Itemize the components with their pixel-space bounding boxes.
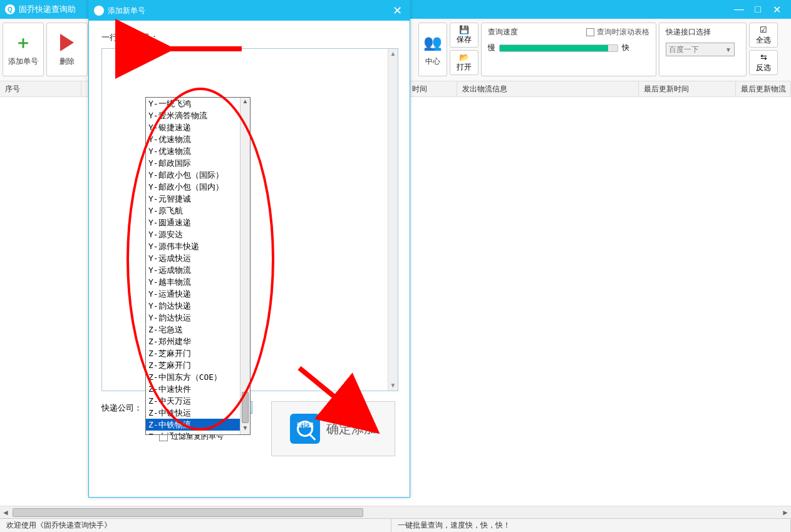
speed-slider[interactable] xyxy=(499,44,618,52)
checkbox-icon xyxy=(586,28,594,36)
dropdown-option[interactable]: Y-优速物流 xyxy=(146,133,250,145)
dropdown-option[interactable]: Y-邮政小包（国内） xyxy=(146,181,250,193)
maximize-button[interactable]: □ xyxy=(748,4,767,15)
dropdown-option[interactable]: Z-宅急送 xyxy=(146,324,250,335)
status-right: 一键批量查询，速度快，快，快！ xyxy=(391,519,791,532)
dropdown-option[interactable]: Y-邮政小包（国际） xyxy=(146,169,250,181)
dropdown-option[interactable]: Z-中铁物流 xyxy=(146,419,250,431)
grid-col-1[interactable]: 时间 xyxy=(407,81,457,96)
dropdown-option[interactable]: Y-源伟丰快递 xyxy=(146,240,250,252)
select-all-label: 全选 xyxy=(756,35,771,46)
dropdown-option[interactable]: Y-邮政国际 xyxy=(146,157,250,169)
dropdown-option[interactable]: Y-越丰物流 xyxy=(146,276,250,288)
delete-icon xyxy=(57,33,77,53)
listbox-scrollbar[interactable]: ▲ ▼ xyxy=(240,98,250,434)
textarea-scrollbar[interactable]: ▲ ▼ xyxy=(388,49,398,391)
dropdown-option[interactable]: Y-韵达快运 xyxy=(146,312,250,324)
speed-slider-fill xyxy=(500,45,608,51)
dropdown-option[interactable]: Y-一统飞鸿 xyxy=(146,98,250,110)
confirm-add-label: 确定添加 xyxy=(326,421,376,437)
company-label: 快递公司： xyxy=(101,401,142,414)
grid-col-2[interactable]: 发出物流信息 xyxy=(457,81,639,96)
center-label: 中心 xyxy=(425,56,440,67)
speed-group-title: 查询速度 xyxy=(488,27,518,38)
grid-col-3[interactable]: 最后更新时间 xyxy=(639,81,736,96)
interface-combo-value: 百度一下 xyxy=(669,44,699,55)
dropdown-option[interactable]: Y-元智捷诚 xyxy=(146,193,250,205)
dropdown-option[interactable]: Z-中国东方（COE） xyxy=(146,371,250,383)
scroll-check-label: 查询时滚动表格 xyxy=(597,27,649,38)
dropdown-option[interactable]: Y-远成快运 xyxy=(146,252,250,264)
dropdown-option[interactable]: Y-源安达 xyxy=(146,228,250,240)
select-all-icon xyxy=(760,25,767,34)
scroll-up-icon[interactable]: ▲ xyxy=(240,98,250,108)
dropdown-option[interactable]: Z-芝麻开门 xyxy=(146,359,250,371)
open-button[interactable]: 打开 xyxy=(450,50,478,75)
select-all-button[interactable]: 全选 xyxy=(749,23,778,48)
status-bar: 欢迎使用《固乔快递查询快手》 一键批量查询，速度快，快，快！ xyxy=(0,518,791,532)
dialog-title: 添加新单号 xyxy=(108,6,145,16)
input-label: 一行一个单号： xyxy=(101,32,397,43)
dropdown-option[interactable]: Y-韵达快递 xyxy=(146,300,250,312)
dropdown-option[interactable]: Z-郑州建华 xyxy=(146,335,250,347)
speed-fast-label: 快 xyxy=(622,43,629,53)
file-buttons-col: 保存 打开 xyxy=(450,23,478,75)
scroll-down-icon[interactable]: ▼ xyxy=(388,381,398,391)
grid-col-0[interactable]: 序号 xyxy=(0,81,81,96)
minimize-button[interactable]: — xyxy=(730,4,748,15)
add-number-button[interactable]: ＋ 添加单号 xyxy=(3,23,44,76)
save-label: 保存 xyxy=(457,34,472,45)
dropdown-option[interactable]: Z-中天万运 xyxy=(146,395,250,407)
dropdown-option[interactable]: Z-中速快件 xyxy=(146,383,250,395)
save-button[interactable]: 保存 xyxy=(450,23,478,48)
invert-selection-button[interactable]: 反选 xyxy=(749,50,778,75)
dropdown-option[interactable]: Z-中铁快运 xyxy=(146,407,250,419)
dropdown-option[interactable]: Y-壹米滴答物流 xyxy=(146,110,250,121)
dropdown-option[interactable]: Z-芝麻开门 xyxy=(146,347,250,359)
horizontal-scrollbar[interactable]: ◄ ► xyxy=(0,506,791,518)
main-title: 固乔快递查询助 xyxy=(19,4,76,15)
scroll-left-icon[interactable]: ◄ xyxy=(0,508,11,517)
dropdown-option[interactable]: Y-优速物流 xyxy=(146,145,250,157)
grid-col-4[interactable]: 最后更新物流 xyxy=(736,81,791,96)
close-button[interactable]: ✕ xyxy=(767,4,786,16)
dropdown-option[interactable]: Y-运通快递 xyxy=(146,288,250,300)
dropdown-option[interactable]: Y-银捷速递 xyxy=(146,121,250,133)
interface-combo[interactable]: 百度一下 ▼ xyxy=(666,43,735,56)
scroll-thumb[interactable] xyxy=(13,508,363,517)
people-icon xyxy=(423,33,443,53)
scroll-check[interactable]: 查询时滚动表格 xyxy=(586,27,649,38)
speed-slow-label: 慢 xyxy=(488,43,495,53)
plus-icon: ＋ xyxy=(13,33,33,53)
search-express-icon: 查快递 xyxy=(290,414,320,444)
dropdown-option[interactable]: Y-圆通速递 xyxy=(146,217,250,228)
chevron-down-icon: ▼ xyxy=(725,46,732,53)
app-logo-icon: Q xyxy=(5,4,15,14)
scroll-down-icon[interactable]: ▼ xyxy=(240,424,250,434)
save-icon xyxy=(459,25,469,34)
open-icon xyxy=(459,53,469,61)
selection-buttons-col: 全选 反选 xyxy=(749,23,778,75)
dialog-close-button[interactable]: ✕ xyxy=(390,4,405,18)
interface-group: 快递接口选择 百度一下 ▼ xyxy=(659,23,747,76)
open-label: 打开 xyxy=(457,62,472,73)
listbox-scroll-thumb[interactable] xyxy=(242,392,249,423)
dialog-titlebar: 添加新单号 ✕ xyxy=(89,1,410,21)
speed-group: 查询速度 查询时滚动表格 慢 快 xyxy=(481,23,656,76)
dialog-logo-icon xyxy=(94,6,104,16)
dropdown-option[interactable]: Z-中通速递 xyxy=(146,431,250,435)
invert-selection-label: 反选 xyxy=(756,63,771,73)
delete-button[interactable]: 删除 xyxy=(46,23,88,76)
dropdown-option[interactable]: Y-原飞航 xyxy=(146,205,250,217)
speed-slider-row: 慢 快 xyxy=(488,43,649,53)
add-number-label: 添加单号 xyxy=(8,56,38,67)
interface-group-title: 快递接口选择 xyxy=(666,27,740,38)
scroll-right-icon[interactable]: ► xyxy=(780,508,791,517)
dropdown-option[interactable]: Y-远成物流 xyxy=(146,264,250,276)
center-button[interactable]: 中心 xyxy=(418,23,447,76)
company-dropdown-list[interactable]: ▲ ▼ Y-一统飞鸿Y-壹米滴答物流Y-银捷速递Y-优速物流Y-优速物流Y-邮政… xyxy=(145,97,251,435)
invert-icon xyxy=(760,53,767,62)
confirm-add-button[interactable]: 查快递 确定添加 xyxy=(271,401,395,456)
status-left: 欢迎使用《固乔快递查询快手》 xyxy=(0,519,391,532)
scroll-up-icon[interactable]: ▲ xyxy=(388,49,398,59)
